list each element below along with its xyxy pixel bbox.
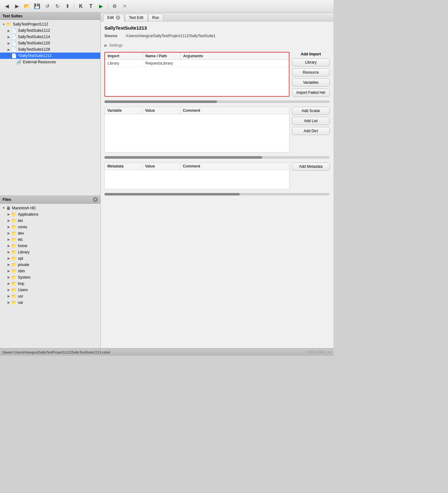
chevron-icon: ▶: [6, 238, 11, 241]
undo-button[interactable]: ↺: [43, 2, 52, 11]
folder-icon: 📁: [11, 269, 17, 274]
sidebar-item-label: Users: [18, 288, 28, 292]
add-library-button[interactable]: Library: [292, 58, 330, 66]
status-bar: Saved /Users/chengrui/SallyTestProject11…: [0, 348, 333, 356]
files-header: Files ✕: [0, 196, 100, 204]
template-button[interactable]: T: [87, 2, 95, 11]
scroll-track-1[interactable]: [104, 100, 330, 103]
chevron-icon: ▶: [6, 294, 11, 298]
sidebar-item-suite1128[interactable]: ▶ 📄 SallyTestSuite1128: [0, 46, 100, 53]
chevron-icon: ▶: [6, 212, 11, 216]
source-path: /Users/chengrui/SallyTestProject1112/Sal…: [126, 34, 216, 38]
file-icon: 📄: [11, 41, 17, 46]
sidebar-item-macintosh-hd[interactable]: ▼ 🖥 Macintosh HD: [0, 205, 100, 211]
sidebar-item-library[interactable]: ▶ 📁 Library: [0, 249, 100, 255]
settings-header: ▶ Settings: [104, 43, 330, 48]
sidebar-item-suite1112[interactable]: ▶ 📄 SallyTestSuite1112: [0, 27, 100, 34]
file-icon: 📄: [11, 34, 17, 39]
run-button[interactable]: ▶: [97, 2, 105, 11]
chevron-icon: ▶: [6, 288, 11, 292]
chevron-icon: ▶: [6, 48, 11, 51]
right-panel: Edit ✕ Text Edit Run SallyTestSuite1213 …: [101, 13, 333, 348]
forward-button[interactable]: ▶: [13, 2, 21, 11]
scroll-thumb-3[interactable]: [104, 193, 240, 196]
sidebar-item-var[interactable]: ▶ 📁 var: [0, 299, 100, 306]
var-col-header-variable: Variable: [105, 107, 143, 114]
open-button[interactable]: 📂: [23, 2, 31, 11]
sidebar-item-opt[interactable]: ▶ 📁 opt: [0, 255, 100, 262]
add-list-button[interactable]: Add List: [292, 117, 330, 125]
add-resource-button[interactable]: Resource: [292, 68, 330, 76]
folder-icon: 📁: [11, 237, 17, 242]
tab-close-button[interactable]: ✕: [116, 15, 120, 20]
sidebar-item-tmp[interactable]: ▶ 📁 tmp: [0, 280, 100, 287]
sidebar-item-dev[interactable]: ▶ 📁 dev: [0, 230, 100, 236]
link-icon: 🔗: [16, 60, 22, 65]
files-close-button[interactable]: ✕: [93, 197, 98, 202]
file-icon: 📄: [11, 47, 17, 52]
add-dict-button[interactable]: Add Dict: [292, 127, 330, 135]
tab-run[interactable]: Run: [148, 14, 163, 21]
metadata-table-empty-area: [105, 170, 289, 189]
sidebar-item-etc[interactable]: ▶ 📁 etc: [0, 236, 100, 243]
sidebar-item-label: External Resources: [23, 60, 56, 64]
folder-icon: 📁: [6, 22, 12, 27]
scroll-thumb-1[interactable]: [104, 100, 217, 103]
sidebar-item-label: SallyTestSuite1114: [18, 35, 50, 39]
variable-table-header-row: Variable Value Comment: [105, 107, 289, 114]
import-failed-help-button[interactable]: Import Failed Hel: [292, 88, 330, 97]
add-variables-button[interactable]: Variables: [292, 78, 330, 87]
sidebar-item-users[interactable]: ▶ 📁 Users: [0, 287, 100, 293]
sidebar-item-suite1120[interactable]: ▶ 📄 SallyTestSuite1120: [0, 40, 100, 46]
sidebar-item-label: opt: [18, 256, 23, 261]
folder-icon: 📁: [11, 294, 17, 299]
test-suites-header: Test Suites: [0, 13, 100, 20]
back-button[interactable]: ◀: [3, 2, 11, 11]
sidebar-item-cores[interactable]: ▶ 📁 cores: [0, 224, 100, 230]
tab-text-edit[interactable]: Text Edit: [125, 14, 148, 21]
sidebar-item-home[interactable]: ▶ 📁 home: [0, 243, 100, 249]
metadata-table: Metadata Value Comment: [104, 162, 289, 189]
add-import-label: Add Import: [292, 52, 330, 56]
sidebar-item-label: SallyTestProject1112: [13, 22, 48, 26]
table-row[interactable]: Library RequestsLibrary: [105, 60, 289, 67]
sidebar-item-label: tmp: [18, 281, 24, 286]
toolbar-separator-2: [108, 3, 108, 9]
sidebar-item-applications[interactable]: ▶ 📁 Applications: [0, 211, 100, 218]
chevron-icon: ▶: [6, 29, 11, 32]
test-suites-title: Test Suites: [3, 14, 22, 18]
stop-button[interactable]: ✕: [120, 2, 129, 11]
left-panel: Test Suites ▼ 📁 SallyTestProject1112 ▶ 📄…: [0, 13, 101, 348]
sidebar-item-suite1114[interactable]: ▶ 📄 SallyTestSuite1114: [0, 34, 100, 40]
chevron-icon: ▶: [6, 244, 11, 247]
save-button[interactable]: 💾: [33, 2, 42, 11]
settings-button[interactable]: ⚙: [110, 2, 119, 11]
sidebar-item-sally-project[interactable]: ▼ 📁 SallyTestProject1112: [0, 21, 100, 27]
folder-icon: 📁: [11, 300, 17, 305]
add-scalar-button[interactable]: Add Scalar: [292, 107, 330, 115]
sidebar-item-label: cores: [18, 225, 27, 229]
upload-button[interactable]: ⬆: [63, 2, 72, 11]
sidebar-item-system[interactable]: ▶ 📁 System: [0, 274, 100, 280]
import-col-header-import: Import: [105, 53, 143, 60]
test-suites-content: ▼ 📁 SallyTestProject1112 ▶ 📄 SallyTestSu…: [0, 20, 100, 196]
chevron-icon: ▶: [6, 282, 11, 285]
sidebar-item-suite1213[interactable]: ▼ 📄 *SallyTestSuite1213: [0, 53, 100, 59]
redo-button[interactable]: ↻: [53, 2, 62, 11]
meta-col-header-comment: Comment: [180, 163, 218, 170]
files-panel: Files ✕ ▼ 🖥 Macintosh HD ▶ 📁 Application…: [0, 196, 100, 348]
test-suites-panel: Test Suites ▼ 📁 SallyTestProject1112 ▶ 📄…: [0, 13, 100, 196]
sidebar-item-bin[interactable]: ▶ 📁 bin: [0, 218, 100, 224]
sidebar-item-external-resources[interactable]: 🔗 External Resources: [0, 59, 100, 65]
tab-edit[interactable]: Edit ✕: [103, 14, 124, 21]
scroll-track-3[interactable]: [104, 193, 330, 196]
sidebar-item-private[interactable]: ▶ 📁 private: [0, 262, 100, 268]
sidebar-item-sbin[interactable]: ▶ 📁 sbin: [0, 268, 100, 274]
sidebar-item-label: Macintosh HD: [12, 206, 36, 210]
scroll-track-2[interactable]: [104, 156, 330, 159]
sidebar-item-usr[interactable]: ▶ 📁 usr: [0, 293, 100, 299]
keyword-button[interactable]: K: [76, 2, 85, 11]
scroll-thumb-2[interactable]: [104, 156, 262, 159]
add-metadata-button[interactable]: Add Metadata: [292, 162, 330, 171]
tab-label: Run: [152, 15, 159, 20]
